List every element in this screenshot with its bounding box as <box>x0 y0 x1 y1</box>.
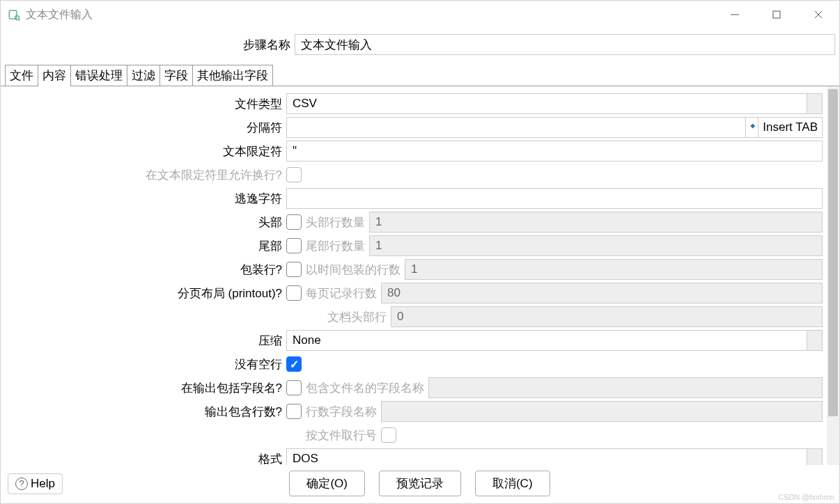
wrapped-label: 包装行? <box>1 262 286 278</box>
format-label: 格式 <box>1 451 286 466</box>
filetype-input[interactable] <box>286 93 807 114</box>
tab-fields[interactable]: 字段 <box>160 65 193 86</box>
scrollbar-thumb[interactable] <box>828 89 838 416</box>
paged-sublabel: 每页记录行数 <box>302 285 381 301</box>
insert-tab-button[interactable]: Insert TAB <box>759 117 823 138</box>
include-rownum-label: 输出包含行数? <box>1 404 286 420</box>
rownum-byfile-checkbox[interactable] <box>381 427 396 443</box>
help-button[interactable]: ? Help <box>8 473 63 494</box>
include-rownum-checkbox[interactable] <box>286 404 302 419</box>
tab-filter[interactable]: 过滤 <box>127 65 160 86</box>
include-rownum-sublabel: 行数字段名称 <box>302 404 381 420</box>
footer-sublabel: 尾部行数量 <box>302 238 369 254</box>
header-sublabel: 头部行数量 <box>302 214 369 230</box>
rownum-byfile-sublabel: 按文件取行号 <box>302 427 381 443</box>
filetype-dropdown-icon[interactable] <box>807 93 823 114</box>
header-label: 头部 <box>1 214 286 230</box>
format-input[interactable] <box>286 448 807 465</box>
dochead-sublabel: 文档头部行 <box>302 309 391 325</box>
escape-label: 逃逸字符 <box>1 191 286 207</box>
tab-otherfields[interactable]: 其他输出字段 <box>192 65 273 86</box>
include-filename-checkbox[interactable] <box>286 380 302 395</box>
allow-nl-label: 在文本限定符里允许换行? <box>1 167 286 183</box>
paged-label: 分页布局 (printout)? <box>1 285 286 301</box>
preview-button[interactable]: 预览记录 <box>379 471 461 496</box>
include-filename-label: 在输出包括字段名? <box>1 380 286 396</box>
tab-content[interactable]: 内容 <box>38 65 71 86</box>
tab-panel-content: 文件类型 分隔符 Insert TAB 文本限定符 在文本限定符里允许换行? 逃… <box>1 86 839 465</box>
footer-lines-input[interactable] <box>369 235 823 256</box>
close-button[interactable] <box>798 1 839 29</box>
footer: ? Help 确定(O) 预览记录 取消(C) <box>1 465 839 503</box>
header-lines-input[interactable] <box>369 212 823 233</box>
compression-dropdown-icon[interactable] <box>807 330 823 351</box>
window-title: 文本文件输入 <box>26 8 714 22</box>
app-icon <box>8 8 20 21</box>
cancel-button[interactable]: 取消(C) <box>475 471 550 496</box>
watermark: CSDN @fxxhmn <box>778 493 834 501</box>
help-label: Help <box>31 477 55 491</box>
maximize-button[interactable] <box>756 1 798 29</box>
include-rownum-field-input[interactable] <box>381 401 823 422</box>
ok-button[interactable]: 确定(O) <box>289 471 365 496</box>
minimize-button[interactable] <box>714 1 756 29</box>
svg-line-2 <box>19 19 20 21</box>
compression-label: 压缩 <box>1 333 286 349</box>
paged-lines-input[interactable] <box>381 283 823 304</box>
step-name-row: 步骤名称 <box>1 29 839 65</box>
footer-label: 尾部 <box>1 238 286 254</box>
titlebar: 文本文件输入 <box>1 1 839 29</box>
allow-nl-checkbox[interactable] <box>286 167 302 182</box>
tab-file[interactable]: 文件 <box>5 65 38 86</box>
format-dropdown-icon[interactable] <box>807 448 823 465</box>
step-name-label: 步骤名称 <box>1 37 295 53</box>
wrapped-checkbox[interactable] <box>286 262 302 277</box>
noempty-label: 没有空行 <box>1 356 286 372</box>
paged-checkbox[interactable] <box>286 285 302 301</box>
svg-rect-4 <box>773 11 780 18</box>
wrapped-lines-input[interactable] <box>405 259 823 280</box>
include-filename-sublabel: 包含文件名的字段名称 <box>302 380 428 396</box>
footer-checkbox[interactable] <box>286 238 302 253</box>
escape-input[interactable] <box>286 188 823 209</box>
help-icon: ? <box>15 478 28 490</box>
enclosure-input[interactable] <box>286 141 823 162</box>
tabs: 文件 内容 错误处理 过滤 字段 其他输出字段 <box>1 65 839 86</box>
tab-error[interactable]: 错误处理 <box>70 65 127 86</box>
separator-var-icon[interactable] <box>746 117 759 138</box>
step-name-input[interactable] <box>295 34 835 55</box>
separator-input[interactable] <box>286 117 746 138</box>
separator-label: 分隔符 <box>1 120 286 136</box>
include-filename-field-input[interactable] <box>428 377 823 398</box>
svg-rect-7 <box>750 124 755 129</box>
compression-input[interactable] <box>286 330 807 351</box>
wrapped-sublabel: 以时间包装的行数 <box>302 262 405 278</box>
scrollbar[interactable] <box>827 86 839 465</box>
filetype-label: 文件类型 <box>1 96 286 112</box>
enclosure-label: 文本限定符 <box>1 143 286 159</box>
header-checkbox[interactable] <box>286 214 302 230</box>
noempty-checkbox[interactable] <box>286 356 302 372</box>
dochead-lines-input[interactable] <box>391 306 823 327</box>
